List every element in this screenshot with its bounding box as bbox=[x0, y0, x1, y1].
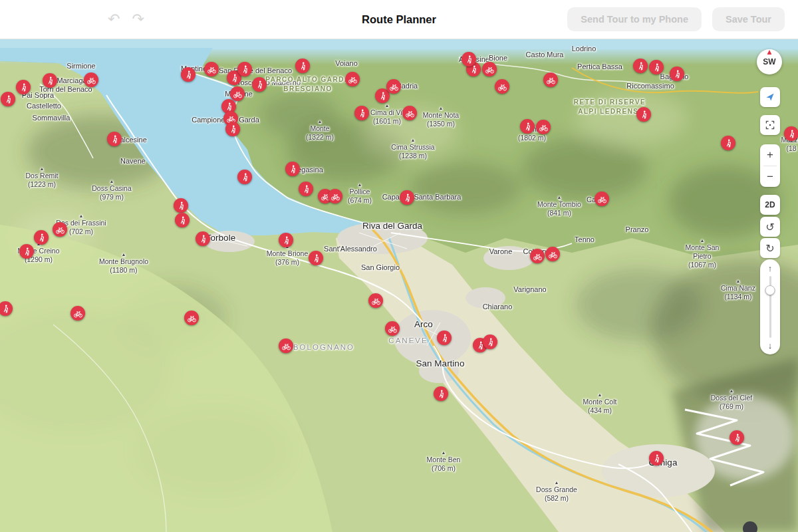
cycling-tour-marker[interactable] bbox=[345, 72, 360, 86]
cycling-icon bbox=[348, 74, 358, 84]
cycling-tour-marker[interactable] bbox=[530, 249, 545, 263]
save-tour-button[interactable]: Save Tour bbox=[712, 7, 785, 31]
cycling-icon bbox=[207, 65, 217, 74]
cycling-tour-marker[interactable] bbox=[545, 247, 560, 261]
hiking-tour-marker[interactable] bbox=[225, 122, 240, 136]
cycling-tour-marker[interactable] bbox=[328, 189, 342, 203]
hiking-tour-marker[interactable] bbox=[16, 80, 31, 94]
hiking-tour-marker[interactable] bbox=[309, 251, 323, 265]
compass-control[interactable]: SW bbox=[757, 49, 782, 74]
hiking-icon bbox=[178, 215, 188, 225]
focus-tour-button[interactable] bbox=[760, 115, 780, 135]
cycling-tour-marker[interactable] bbox=[204, 62, 219, 76]
hiking-tour-marker[interactable] bbox=[252, 77, 267, 92]
pitch-slider-track[interactable] bbox=[769, 276, 771, 338]
hiking-icon bbox=[357, 108, 367, 118]
undo-icon[interactable]: ↶ bbox=[108, 12, 120, 27]
hiking-tour-marker[interactable] bbox=[636, 107, 651, 122]
redo-icon[interactable]: ↷ bbox=[132, 12, 144, 27]
cycling-tour-marker[interactable] bbox=[368, 293, 383, 308]
hiking-tour-marker[interactable] bbox=[0, 301, 13, 316]
hiking-tour-marker[interactable] bbox=[295, 59, 310, 73]
hiking-tour-marker[interactable] bbox=[107, 132, 122, 146]
cycling-icon bbox=[388, 324, 398, 334]
hiking-icon bbox=[652, 63, 662, 72]
cycling-tour-marker[interactable] bbox=[595, 192, 609, 206]
locate-button[interactable] bbox=[760, 87, 780, 107]
hiking-icon bbox=[229, 73, 239, 83]
hiking-tour-marker[interactable] bbox=[437, 331, 452, 345]
hiking-tour-marker[interactable] bbox=[196, 231, 210, 246]
hiking-tour-marker[interactable] bbox=[181, 67, 196, 82]
cycling-icon bbox=[187, 313, 197, 323]
pitch-slider-handle[interactable] bbox=[765, 285, 775, 295]
hiking-tour-marker[interactable] bbox=[174, 198, 188, 213]
hiking-icon bbox=[732, 433, 742, 443]
hiking-icon bbox=[1, 304, 11, 314]
hiking-tour-marker[interactable] bbox=[462, 52, 476, 66]
hiking-tour-marker[interactable] bbox=[237, 62, 252, 76]
map-attribution-button[interactable] bbox=[743, 521, 757, 532]
cycling-tour-marker[interactable] bbox=[53, 222, 67, 237]
hiking-tour-marker[interactable] bbox=[1, 92, 15, 106]
cycling-tour-marker[interactable] bbox=[543, 72, 558, 87]
compass-needle-icon bbox=[767, 50, 772, 55]
cycling-tour-marker[interactable] bbox=[482, 62, 497, 76]
zoom-in-button[interactable]: + bbox=[760, 144, 780, 166]
hiking-icon bbox=[464, 55, 474, 65]
zoom-out-button[interactable]: − bbox=[760, 166, 780, 188]
cycling-tour-marker[interactable] bbox=[386, 79, 401, 94]
cycling-tour-marker[interactable] bbox=[385, 321, 400, 336]
pitch-down-button[interactable]: ↓ bbox=[768, 340, 773, 351]
hiking-icon bbox=[672, 69, 682, 79]
hiking-tour-marker[interactable] bbox=[43, 73, 57, 88]
hiking-icon bbox=[22, 247, 32, 257]
rotate-right-button[interactable]: ↻ bbox=[760, 238, 780, 258]
hiking-icon bbox=[176, 201, 186, 211]
hiking-icon bbox=[378, 91, 388, 101]
hiking-tour-marker[interactable] bbox=[520, 119, 535, 134]
hiking-tour-marker[interactable] bbox=[721, 136, 735, 150]
rotate-left-button[interactable]: ↺ bbox=[760, 217, 780, 237]
hiking-tour-marker[interactable] bbox=[34, 230, 49, 245]
send-tour-button[interactable]: Send Tour to my Phone bbox=[567, 7, 702, 31]
cycling-tour-marker[interactable] bbox=[495, 79, 509, 94]
map-canvas[interactable]: SirmioneMarciagaTorri del BenacoPai Sopr… bbox=[0, 39, 798, 532]
hiking-icon bbox=[45, 76, 55, 86]
cycling-tour-marker[interactable] bbox=[230, 86, 245, 101]
hiking-tour-marker[interactable] bbox=[237, 170, 252, 184]
hiking-tour-marker[interactable] bbox=[299, 182, 313, 196]
cycling-icon bbox=[405, 108, 415, 118]
hiking-tour-marker[interactable] bbox=[649, 451, 664, 466]
hiking-icon bbox=[436, 389, 446, 399]
hiking-tour-marker[interactable] bbox=[730, 430, 744, 445]
cycling-tour-marker[interactable] bbox=[70, 306, 85, 321]
pitch-up-button[interactable]: ↑ bbox=[768, 263, 773, 274]
hiking-tour-marker[interactable] bbox=[670, 66, 684, 81]
cycling-icon bbox=[371, 296, 381, 306]
hiking-tour-marker[interactable] bbox=[784, 126, 798, 141]
hiking-tour-marker[interactable] bbox=[354, 106, 369, 120]
hiking-tour-marker[interactable] bbox=[19, 244, 34, 259]
cycling-tour-marker[interactable] bbox=[279, 338, 293, 353]
hiking-icon bbox=[523, 122, 533, 132]
hiking-tour-marker[interactable] bbox=[285, 162, 300, 176]
hiking-icon bbox=[228, 124, 238, 134]
hiking-tour-marker[interactable] bbox=[400, 190, 414, 205]
hiking-tour-marker[interactable] bbox=[279, 233, 293, 247]
cycling-tour-marker[interactable] bbox=[84, 72, 98, 87]
hiking-tour-marker[interactable] bbox=[649, 60, 664, 74]
hiking-icon bbox=[240, 65, 250, 74]
hiking-icon bbox=[311, 253, 321, 263]
hiking-icon bbox=[281, 235, 291, 245]
hiking-tour-marker[interactable] bbox=[175, 213, 190, 227]
hiking-tour-marker[interactable] bbox=[633, 59, 648, 73]
hiking-icon bbox=[198, 234, 208, 244]
cycling-icon bbox=[533, 251, 543, 261]
hiking-tour-marker[interactable] bbox=[434, 386, 448, 401]
cycling-tour-marker[interactable] bbox=[184, 311, 199, 325]
cycling-tour-marker[interactable] bbox=[402, 106, 417, 120]
hiking-tour-marker[interactable] bbox=[483, 334, 497, 349]
2d-toggle-button[interactable]: 2D bbox=[760, 195, 780, 215]
cycling-tour-marker[interactable] bbox=[536, 120, 551, 134]
